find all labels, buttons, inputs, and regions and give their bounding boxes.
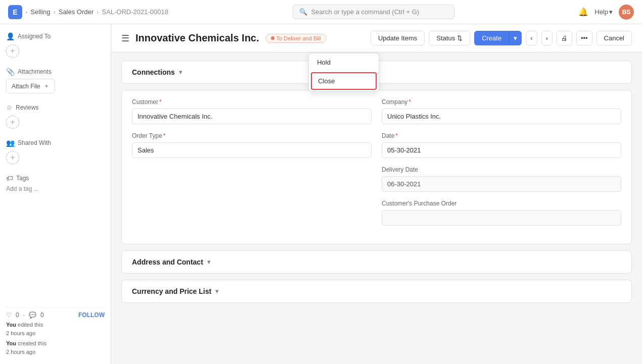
hamburger-button[interactable]: ☰: [121, 33, 129, 44]
sep3: ›: [97, 8, 99, 16]
back-button[interactable]: ‹: [526, 31, 537, 45]
attachments-label: Attachments: [18, 68, 52, 75]
purchase-order-col: Customer's Purchase Order: [382, 200, 621, 226]
address-contact-title: Address and Contact: [132, 258, 203, 266]
shared-with-icon: 👥: [6, 139, 15, 147]
reviews-label: Reviews: [16, 104, 38, 111]
more-button[interactable]: •••: [576, 31, 592, 45]
date-input[interactable]: [382, 142, 621, 158]
shared-with-label: Shared With: [18, 139, 51, 146]
add-tag-label[interactable]: Add a tag ...: [6, 185, 105, 192]
form-row-4: Customer's Purchase Order: [132, 200, 621, 226]
dropdown-hold[interactable]: Hold: [309, 54, 379, 71]
notifications-button[interactable]: 🔔: [578, 7, 588, 17]
search-bar[interactable]: 🔍 Search or type a command (Ctrl + G): [293, 5, 454, 19]
order-type-col: Order Type *: [132, 132, 372, 158]
order-type-input[interactable]: [132, 142, 372, 158]
breadcrumb-selling[interactable]: Selling: [30, 8, 50, 16]
breadcrumb-current: SAL-ORD-2021-00018: [102, 8, 168, 16]
empty-col: [132, 166, 372, 192]
create-caret-button[interactable]: ▾: [509, 31, 522, 45]
company-label: Company *: [382, 98, 621, 106]
follow-button[interactable]: FOLLOW: [78, 311, 105, 319]
connections-title: Connections: [132, 68, 175, 76]
likes-row: ♡ 0 · 💬 0 FOLLOW: [6, 311, 105, 319]
company-input[interactable]: [382, 109, 621, 124]
currency-price-list-title: Currency and Price List: [132, 287, 211, 295]
tags-label: Tags: [16, 175, 29, 182]
activity-time-1: 2 hours ago: [6, 349, 35, 355]
customer-required: *: [159, 98, 162, 106]
status-dot: [271, 36, 274, 40]
search-placeholder: Search or type a command (Ctrl + G): [311, 8, 420, 16]
currency-price-list-header[interactable]: Currency and Price List ▾: [122, 280, 631, 302]
assigned-to-label: Assigned To: [18, 33, 51, 40]
delivery-date-label: Delivery Date: [382, 166, 621, 173]
form-body: Customer * Company *: [122, 90, 631, 244]
create-button[interactable]: Create: [474, 31, 509, 45]
company-col: Company *: [382, 98, 621, 124]
update-items-button[interactable]: Update Items: [371, 31, 425, 45]
comment-icon: 💬: [29, 311, 36, 319]
help-button[interactable]: Help ▾: [594, 8, 613, 16]
breadcrumb-sales-order[interactable]: Sales Order: [59, 8, 94, 16]
sidebar-footer: ♡ 0 · 💬 0 FOLLOW You edited this 2 hours…: [6, 307, 105, 356]
activity-action-1: created this: [18, 340, 47, 346]
status-caret-icon: ⇅: [457, 34, 463, 42]
address-contact-chevron-icon: ▾: [207, 258, 210, 266]
date-label: Date *: [382, 132, 621, 139]
form-row-1: Customer * Company *: [132, 98, 621, 124]
record-header: ☰ Innovative Chemicals Inc. To Deliver a…: [111, 24, 642, 53]
forward-button[interactable]: ›: [541, 31, 553, 45]
add-assigned-button[interactable]: +: [6, 44, 19, 58]
status-dropdown-menu: Hold Close: [308, 53, 379, 91]
assigned-to-icon: 👤: [6, 32, 15, 40]
attach-plus-icon: ＋: [43, 82, 50, 90]
activity-actor-1: You: [6, 340, 16, 346]
sep1: ›: [25, 8, 27, 16]
form-card: Customer * Company *: [121, 90, 632, 244]
form-row-2: Order Type * Date *: [132, 132, 621, 158]
attach-file-button[interactable]: Attach File ＋: [6, 79, 55, 93]
avatar: BS: [619, 5, 634, 20]
activity-actor-0: You: [6, 322, 16, 328]
sidebar-reviews: ☆ Reviews +: [6, 103, 105, 129]
topbar: E › Selling › Sales Order › SAL-ORD-2021…: [0, 0, 642, 24]
purchase-order-input[interactable]: [382, 210, 621, 226]
sidebar-attachments: 📎 Attachments Attach File ＋: [6, 68, 105, 93]
currency-price-list-chevron-icon: ▾: [215, 288, 218, 295]
order-type-label: Order Type *: [132, 132, 372, 139]
page-wrapper: 👤 Assigned To + 📎 Attachments Attach Fil…: [0, 24, 642, 364]
customer-label: Customer *: [132, 98, 372, 106]
order-type-required: *: [163, 132, 166, 139]
app-icon: E: [8, 5, 22, 19]
topbar-right: 🔔 Help ▾ BS: [578, 5, 634, 20]
attachments-icon: 📎: [6, 68, 15, 76]
add-shared-button[interactable]: +: [6, 151, 19, 164]
address-contact-header[interactable]: Address and Contact ▾: [122, 251, 631, 273]
cancel-button[interactable]: Cancel: [597, 31, 632, 45]
attach-file-label: Attach File: [12, 83, 40, 90]
help-label: Help: [594, 8, 608, 16]
address-contact-section: Address and Contact ▾: [121, 250, 632, 274]
status-button[interactable]: Status ⇅: [429, 31, 470, 45]
activity-action-0: edited this: [18, 322, 43, 328]
print-button[interactable]: 🖨: [557, 31, 572, 45]
date-required: *: [395, 132, 398, 139]
customer-input[interactable]: [132, 109, 372, 124]
tags-icon: 🏷: [6, 174, 13, 182]
status-badge-text: To Deliver and Bill: [277, 35, 321, 41]
dot-sep: ·: [23, 311, 25, 319]
delivery-date-input[interactable]: [382, 176, 621, 192]
currency-price-list-section: Currency and Price List ▾: [121, 280, 632, 303]
connections-chevron-icon: ▾: [179, 69, 182, 76]
sidebar-assigned-to: 👤 Assigned To +: [6, 32, 105, 58]
sidebar-shared-with: 👥 Shared With +: [6, 139, 105, 164]
activity-entry-0: You edited this 2 hours ago: [6, 321, 105, 337]
sidebar: 👤 Assigned To + 📎 Attachments Attach Fil…: [0, 24, 111, 364]
create-split: Create ▾: [474, 31, 522, 45]
add-review-button[interactable]: +: [6, 116, 19, 129]
date-col: Date *: [382, 132, 621, 158]
dropdown-close[interactable]: Close: [311, 72, 377, 90]
delivery-date-col: Delivery Date: [382, 166, 621, 192]
